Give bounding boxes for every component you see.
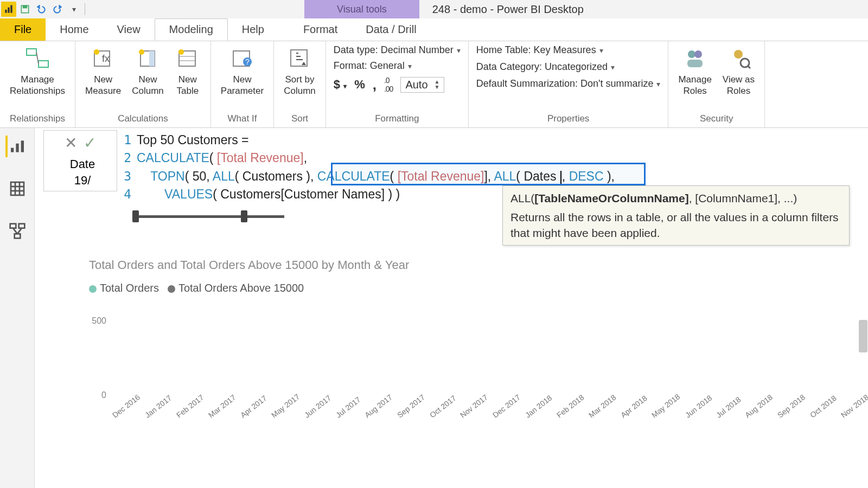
svg-rect-37 xyxy=(18,224,24,228)
table-icon xyxy=(175,46,201,72)
svg-rect-12 xyxy=(149,51,155,66)
sort-by-column-button[interactable]: Sort by Column xyxy=(278,43,321,97)
svg-rect-0 xyxy=(5,10,7,13)
svg-point-13 xyxy=(139,49,144,55)
save-icon[interactable] xyxy=(17,2,33,17)
svg-point-9 xyxy=(94,49,99,55)
contextual-tab-header: Visual tools xyxy=(304,0,419,18)
svg-text:fx: fx xyxy=(102,53,110,64)
x-tick-label: Oct 2018 xyxy=(808,394,838,420)
measure-icon: fx xyxy=(90,46,116,72)
chart-plot-area xyxy=(111,300,805,405)
svg-line-39 xyxy=(13,228,17,234)
tab-format[interactable]: Format xyxy=(289,18,352,41)
vertical-scrollbar-thumb[interactable] xyxy=(859,320,867,352)
column-icon xyxy=(135,46,161,72)
svg-point-23 xyxy=(694,50,702,58)
y-tick-0: 0 xyxy=(101,390,106,400)
title-bar: ▾ Visual tools 248 - demo - Power BI Des… xyxy=(0,0,868,18)
svg-rect-36 xyxy=(10,224,16,228)
dax-editor[interactable]: 1Top 50 Customers = 2CALCULATE( [Total R… xyxy=(117,130,868,204)
undo-icon[interactable] xyxy=(34,2,49,17)
manage-relationships-button[interactable]: Manage Relationships xyxy=(4,43,71,97)
home-table-dropdown[interactable]: Home Table: Key Measures xyxy=(476,44,661,56)
chart-title: Total Orders and Total Orders Above 1500… xyxy=(89,258,805,272)
group-whatif-label: What If xyxy=(211,111,273,127)
date-range-slicer[interactable] xyxy=(132,209,284,223)
manage-roles-button[interactable]: Manage Roles xyxy=(673,43,717,97)
group-sort-label: Sort xyxy=(274,111,326,127)
new-parameter-button[interactable]: ? New Parameter xyxy=(215,43,269,97)
svg-text:?: ? xyxy=(245,57,250,66)
x-tick-label: Nov 2018 xyxy=(839,393,868,420)
percent-icon[interactable]: % xyxy=(354,78,365,92)
data-type-dropdown[interactable]: Data type: Decimal Number xyxy=(334,44,461,56)
model-view-button[interactable] xyxy=(7,220,28,242)
new-table-button[interactable]: New Table xyxy=(169,43,206,97)
new-column-button[interactable]: New Column xyxy=(126,43,169,97)
cancel-formula-button[interactable]: ✕ xyxy=(65,134,77,152)
svg-rect-1 xyxy=(8,8,9,13)
group-security-label: Security xyxy=(668,111,764,127)
group-relationships-label: Relationships xyxy=(0,111,75,127)
chart-visual[interactable]: Total Orders and Total Orders Above 1500… xyxy=(89,258,805,419)
ribbon-body: Manage Relationships Relationships fx Ne… xyxy=(0,41,868,128)
svg-rect-24 xyxy=(687,60,703,67)
slicer-field-label: Date xyxy=(66,155,95,171)
default-summarization-dropdown[interactable]: Default Summarization: Don't summarize xyxy=(476,78,661,89)
quick-access-toolbar: ▾ xyxy=(0,2,87,17)
svg-line-40 xyxy=(17,228,22,234)
parameter-icon: ? xyxy=(229,46,255,72)
tab-help[interactable]: Help xyxy=(228,18,278,41)
currency-icon[interactable]: $ ▾ xyxy=(334,78,347,92)
redo-icon[interactable] xyxy=(50,2,65,17)
svg-point-25 xyxy=(734,50,743,59)
svg-rect-6 xyxy=(39,61,48,67)
y-tick-500: 500 xyxy=(92,316,106,326)
tab-data-drill[interactable]: Data / Drill xyxy=(352,18,430,41)
view-as-roles-button[interactable]: View as Roles xyxy=(717,43,760,97)
report-view-button[interactable] xyxy=(5,136,27,157)
svg-rect-38 xyxy=(14,234,20,238)
svg-point-17 xyxy=(178,49,184,55)
slicer-value-label: 19/ xyxy=(70,171,91,191)
data-category-dropdown[interactable]: Data Category: Uncategorized xyxy=(476,61,661,73)
svg-point-22 xyxy=(688,50,695,58)
group-formatting-label: Formatting xyxy=(326,111,468,127)
data-view-button[interactable] xyxy=(7,178,28,200)
x-axis-labels: Dec 2016Jan 2017Feb 2017Mar 2017Apr 2017… xyxy=(111,410,805,421)
app-icon[interactable] xyxy=(1,2,16,17)
decimal-icon[interactable]: .0.00 xyxy=(384,76,393,93)
svg-rect-28 xyxy=(11,148,14,152)
svg-rect-29 xyxy=(16,144,18,152)
svg-rect-2 xyxy=(10,5,12,13)
tab-home[interactable]: Home xyxy=(46,18,103,41)
svg-rect-30 xyxy=(21,140,23,152)
group-calculations-label: Calculations xyxy=(75,111,210,127)
view-nav-rail xyxy=(0,128,35,488)
new-measure-button[interactable]: fx New Measure xyxy=(80,43,126,97)
intellisense-tooltip: ALL([TableNameOrColumnName], [ColumnName… xyxy=(502,185,850,246)
group-properties-label: Properties xyxy=(469,111,668,127)
selection-highlight xyxy=(331,163,646,185)
relationships-icon xyxy=(24,46,50,72)
comma-icon[interactable]: , xyxy=(373,76,376,93)
sort-icon xyxy=(286,46,312,72)
ribbon-tabs: File Home View Modeling Help Format Data… xyxy=(0,18,868,41)
decimal-auto-stepper[interactable]: Auto ▲▼ xyxy=(400,77,444,93)
qat-customize-icon[interactable]: ▾ xyxy=(66,2,81,17)
tab-view[interactable]: View xyxy=(103,18,155,41)
view-roles-icon xyxy=(725,46,751,72)
svg-line-7 xyxy=(36,52,39,64)
format-dropdown[interactable]: Format: General xyxy=(334,60,461,72)
window-title: 248 - demo - Power BI Desktop xyxy=(419,3,584,16)
roles-icon xyxy=(682,46,708,72)
svg-rect-4 xyxy=(23,5,27,8)
svg-rect-31 xyxy=(11,182,24,195)
commit-formula-button[interactable]: ✓ xyxy=(84,134,96,152)
chart-legend: Total Orders Total Orders Above 15000 xyxy=(89,282,805,294)
tab-file[interactable]: File xyxy=(0,18,46,41)
tab-modeling[interactable]: Modeling xyxy=(155,18,228,41)
svg-line-27 xyxy=(748,66,750,68)
formula-bar: ✕ ✓ Date 19/ 1Top 50 Customers = 2CALCUL… xyxy=(35,128,868,204)
